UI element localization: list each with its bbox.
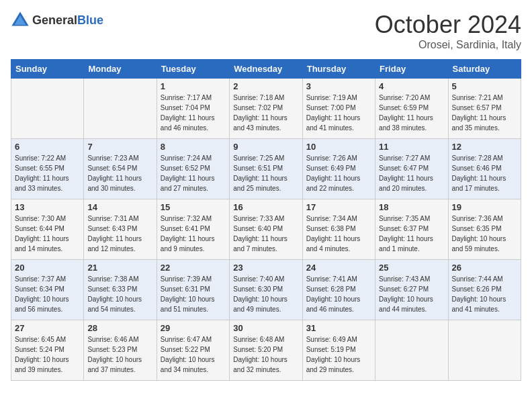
day-header-saturday: Saturday: [448, 60, 521, 79]
calendar-cell: 19Sunrise: 7:36 AMSunset: 6:35 PMDayligh…: [448, 199, 521, 260]
day-info: Sunrise: 7:22 AMSunset: 6:55 PMDaylight:…: [15, 153, 80, 193]
day-info: Sunrise: 7:25 AMSunset: 6:51 PMDaylight:…: [233, 153, 298, 193]
day-number: 5: [452, 81, 517, 91]
day-number: 19: [452, 202, 517, 212]
calendar-cell: 18Sunrise: 7:35 AMSunset: 6:37 PMDayligh…: [375, 199, 448, 260]
calendar-cell: 25Sunrise: 7:43 AMSunset: 6:27 PMDayligh…: [375, 260, 448, 320]
title-block: October 2024 Orosei, Sardinia, Italy: [375, 11, 521, 51]
day-info: Sunrise: 7:28 AMSunset: 6:46 PMDaylight:…: [452, 153, 517, 193]
day-info: Sunrise: 7:27 AMSunset: 6:47 PMDaylight:…: [379, 153, 444, 193]
calendar-cell: 3Sunrise: 7:19 AMSunset: 7:00 PMDaylight…: [302, 79, 375, 139]
calendar-cell: 24Sunrise: 7:41 AMSunset: 6:28 PMDayligh…: [302, 260, 375, 320]
calendar-cell: 20Sunrise: 7:37 AMSunset: 6:34 PMDayligh…: [11, 260, 84, 320]
day-number: 11: [379, 142, 444, 152]
day-number: 23: [233, 263, 298, 273]
day-number: 17: [306, 202, 371, 212]
day-info: Sunrise: 7:18 AMSunset: 7:02 PMDaylight:…: [233, 93, 298, 133]
day-number: 21: [87, 263, 152, 273]
day-info: Sunrise: 7:21 AMSunset: 6:57 PMDaylight:…: [452, 93, 517, 133]
days-of-week-row: SundayMondayTuesdayWednesdayThursdayFrid…: [11, 60, 521, 79]
day-info: Sunrise: 7:20 AMSunset: 6:59 PMDaylight:…: [379, 93, 444, 133]
day-info: Sunrise: 6:46 AMSunset: 5:23 PMDaylight:…: [87, 334, 152, 375]
calendar-cell: 9Sunrise: 7:25 AMSunset: 6:51 PMDaylight…: [230, 139, 302, 199]
day-info: Sunrise: 7:35 AMSunset: 6:37 PMDaylight:…: [379, 214, 444, 254]
day-number: 30: [233, 323, 298, 333]
calendar-cell: 11Sunrise: 7:27 AMSunset: 6:47 PMDayligh…: [375, 139, 448, 199]
day-header-thursday: Thursday: [302, 60, 375, 79]
day-number: 27: [15, 323, 80, 333]
calendar-cell: 15Sunrise: 7:32 AMSunset: 6:41 PMDayligh…: [157, 199, 229, 260]
week-row-1: 1Sunrise: 7:17 AMSunset: 7:04 PMDaylight…: [11, 79, 521, 139]
day-number: 26: [452, 263, 517, 273]
calendar-cell: [84, 79, 157, 139]
day-info: Sunrise: 7:41 AMSunset: 6:28 PMDaylight:…: [306, 274, 371, 314]
calendar-cell: 29Sunrise: 6:47 AMSunset: 5:22 PMDayligh…: [157, 320, 229, 381]
day-info: Sunrise: 7:38 AMSunset: 6:33 PMDaylight:…: [87, 274, 152, 314]
calendar-cell: 13Sunrise: 7:30 AMSunset: 6:44 PMDayligh…: [11, 199, 84, 260]
day-number: 29: [161, 323, 226, 333]
calendar-cell: 4Sunrise: 7:20 AMSunset: 6:59 PMDaylight…: [375, 79, 448, 139]
day-number: 7: [87, 142, 152, 152]
week-row-2: 6Sunrise: 7:22 AMSunset: 6:55 PMDaylight…: [11, 139, 521, 199]
day-info: Sunrise: 6:45 AMSunset: 5:24 PMDaylight:…: [15, 334, 80, 375]
logo-icon: [11, 11, 30, 30]
day-info: Sunrise: 7:19 AMSunset: 7:00 PMDaylight:…: [306, 93, 371, 133]
day-info: Sunrise: 6:47 AMSunset: 5:22 PMDaylight:…: [161, 334, 226, 375]
week-row-3: 13Sunrise: 7:30 AMSunset: 6:44 PMDayligh…: [11, 199, 521, 260]
day-info: Sunrise: 6:49 AMSunset: 5:19 PMDaylight:…: [306, 334, 371, 375]
day-number: 13: [15, 202, 80, 212]
day-info: Sunrise: 7:31 AMSunset: 6:43 PMDaylight:…: [87, 214, 152, 254]
day-number: 8: [161, 142, 226, 152]
logo-blue: Blue: [77, 13, 103, 27]
day-info: Sunrise: 7:39 AMSunset: 6:31 PMDaylight:…: [161, 274, 226, 314]
page-header: GeneralBlue October 2024 Orosei, Sardini…: [11, 11, 521, 51]
day-info: Sunrise: 7:26 AMSunset: 6:49 PMDaylight:…: [306, 153, 371, 193]
week-row-5: 27Sunrise: 6:45 AMSunset: 5:24 PMDayligh…: [11, 320, 521, 381]
calendar-table: SundayMondayTuesdayWednesdayThursdayFrid…: [11, 59, 521, 381]
logo: GeneralBlue: [11, 11, 103, 30]
calendar-cell: 30Sunrise: 6:48 AMSunset: 5:20 PMDayligh…: [230, 320, 302, 381]
day-number: 10: [306, 142, 371, 152]
day-number: 31: [306, 323, 371, 333]
day-number: 14: [87, 202, 152, 212]
day-info: Sunrise: 7:23 AMSunset: 6:54 PMDaylight:…: [87, 153, 152, 193]
calendar-cell: 8Sunrise: 7:24 AMSunset: 6:52 PMDaylight…: [157, 139, 229, 199]
day-info: Sunrise: 7:40 AMSunset: 6:30 PMDaylight:…: [233, 274, 298, 314]
calendar-cell: 31Sunrise: 6:49 AMSunset: 5:19 PMDayligh…: [302, 320, 375, 381]
day-info: Sunrise: 7:44 AMSunset: 6:26 PMDaylight:…: [452, 274, 517, 314]
calendar-cell: 26Sunrise: 7:44 AMSunset: 6:26 PMDayligh…: [448, 260, 521, 320]
day-number: 20: [15, 263, 80, 273]
day-info: Sunrise: 7:43 AMSunset: 6:27 PMDaylight:…: [379, 274, 444, 314]
day-number: 28: [87, 323, 152, 333]
calendar-cell: 28Sunrise: 6:46 AMSunset: 5:23 PMDayligh…: [84, 320, 157, 381]
location-subtitle: Orosei, Sardinia, Italy: [375, 39, 521, 51]
day-number: 22: [161, 263, 226, 273]
day-info: Sunrise: 6:48 AMSunset: 5:20 PMDaylight:…: [233, 334, 298, 375]
day-number: 2: [233, 81, 298, 91]
day-info: Sunrise: 7:37 AMSunset: 6:34 PMDaylight:…: [15, 274, 80, 314]
logo-general: General: [32, 13, 77, 27]
day-header-monday: Monday: [84, 60, 157, 79]
calendar-cell: 16Sunrise: 7:33 AMSunset: 6:40 PMDayligh…: [230, 199, 302, 260]
calendar-cell: 5Sunrise: 7:21 AMSunset: 6:57 PMDaylight…: [448, 79, 521, 139]
day-number: 6: [15, 142, 80, 152]
day-header-friday: Friday: [375, 60, 448, 79]
day-info: Sunrise: 7:17 AMSunset: 7:04 PMDaylight:…: [161, 93, 226, 133]
calendar-cell: [375, 320, 448, 381]
day-info: Sunrise: 7:33 AMSunset: 6:40 PMDaylight:…: [233, 214, 298, 254]
day-number: 9: [233, 142, 298, 152]
day-header-wednesday: Wednesday: [230, 60, 302, 79]
day-number: 15: [161, 202, 226, 212]
day-number: 3: [306, 81, 371, 91]
day-info: Sunrise: 7:32 AMSunset: 6:41 PMDaylight:…: [161, 214, 226, 254]
day-number: 4: [379, 81, 444, 91]
calendar-header: SundayMondayTuesdayWednesdayThursdayFrid…: [11, 60, 521, 79]
day-header-sunday: Sunday: [11, 60, 84, 79]
calendar-cell: 10Sunrise: 7:26 AMSunset: 6:49 PMDayligh…: [302, 139, 375, 199]
calendar-body: 1Sunrise: 7:17 AMSunset: 7:04 PMDaylight…: [11, 79, 521, 381]
day-number: 18: [379, 202, 444, 212]
day-info: Sunrise: 7:36 AMSunset: 6:35 PMDaylight:…: [452, 214, 517, 254]
logo-wordmark: GeneralBlue: [32, 13, 103, 28]
week-row-4: 20Sunrise: 7:37 AMSunset: 6:34 PMDayligh…: [11, 260, 521, 320]
calendar-cell: 21Sunrise: 7:38 AMSunset: 6:33 PMDayligh…: [84, 260, 157, 320]
